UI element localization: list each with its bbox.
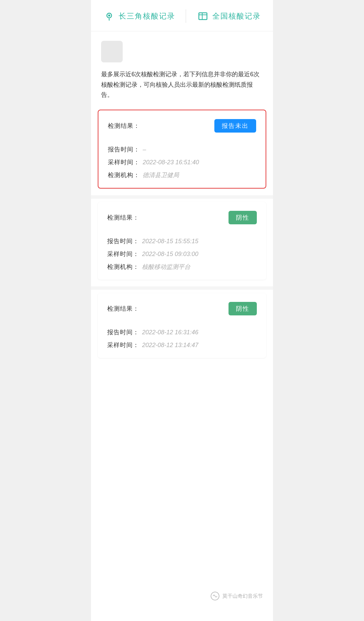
- result-badge-2: 阴性: [229, 211, 257, 224]
- section-divider-1: [91, 195, 273, 199]
- header: 长三角核酸记录 全国核酸记录: [91, 0, 273, 31]
- report-time-label-1: 报告时间：: [108, 146, 140, 153]
- institution-label-1: 检测机构：: [108, 172, 140, 178]
- report-time-row-3: 报告时间： 2022-08-12 16:31:46: [107, 328, 257, 336]
- sample-time-value-1: 2022-08-23 16:51:40: [143, 159, 199, 166]
- sample-time-label-3: 采样时间：: [107, 342, 139, 348]
- svg-rect-2: [199, 13, 207, 20]
- avatar: [101, 41, 123, 62]
- watermark-text: 莫干山奇幻音乐节: [222, 593, 263, 599]
- report-time-label-3: 报告时间：: [107, 329, 139, 336]
- report-time-row-1: 报告时间： –: [108, 145, 256, 153]
- report-time-value-1: –: [143, 146, 146, 153]
- report-time-row-2: 报告时间： 2022-08-15 15:55:15: [107, 237, 257, 245]
- header-divider: [186, 9, 186, 23]
- user-section: [91, 31, 273, 69]
- institution-row-2: 检测机构： 核酸移动监测平台: [107, 263, 257, 271]
- section-divider-2: [91, 286, 273, 290]
- sample-time-row-2: 采样时间： 2022-08-15 09:03:00: [107, 250, 257, 258]
- phone-container: 长三角核酸记录 全国核酸记录 最多展示近6次核酸检测记录，若下列信息并非你的最近…: [91, 0, 273, 621]
- national-icon: [197, 10, 209, 22]
- record-result-row-1: 检测结果： 报告未出: [108, 119, 256, 133]
- yangtze-delta-label: 长三角核酸记录: [119, 11, 175, 21]
- record-result-row-3: 检测结果： 阴性: [107, 302, 257, 315]
- result-label-3: 检测结果：: [107, 305, 139, 313]
- result-badge-3: 阴性: [229, 302, 257, 315]
- sample-time-value-2: 2022-08-15 09:03:00: [142, 251, 198, 257]
- watermark-icon: [210, 591, 220, 601]
- institution-row-1: 检测机构： 德清县卫健局: [108, 171, 256, 179]
- record-result-row-2: 检测结果： 阴性: [107, 211, 257, 224]
- yangtze-delta-icon: [103, 10, 115, 22]
- sample-time-row-3: 采样时间： 2022-08-12 13:14:47: [107, 341, 257, 349]
- report-time-label-2: 报告时间：: [107, 238, 139, 245]
- report-time-value-2: 2022-08-15 15:55:15: [142, 238, 198, 245]
- sample-time-label-2: 采样时间：: [107, 251, 139, 257]
- national-label: 全国核酸记录: [212, 11, 261, 21]
- sample-time-label-1: 采样时间：: [108, 159, 140, 166]
- sample-time-value-3: 2022-08-12 13:14:47: [142, 342, 198, 348]
- institution-value-1: 德清县卫健局: [143, 172, 179, 178]
- national-btn[interactable]: 全国核酸记录: [197, 10, 261, 22]
- record-card-3: 检测结果： 阴性 报告时间： 2022-08-12 16:31:46 采样时间：…: [98, 293, 266, 358]
- record-card-2: 检测结果： 阴性 报告时间： 2022-08-15 15:55:15 采样时间：…: [98, 202, 266, 280]
- info-text: 最多展示近6次核酸检测记录，若下列信息并非你的最近6次核酸检测记录，可向核验人员…: [91, 69, 273, 110]
- yangtze-delta-btn[interactable]: 长三角核酸记录: [103, 10, 175, 22]
- sample-time-row-1: 采样时间： 2022-08-23 16:51:40: [108, 158, 256, 166]
- result-label-1: 检测结果：: [108, 122, 140, 130]
- institution-value-2: 核酸移动监测平台: [142, 263, 190, 270]
- institution-label-2: 检测机构：: [107, 263, 139, 270]
- record-card-1: 检测结果： 报告未出 报告时间： – 采样时间： 2022-08-23 16:5…: [98, 110, 266, 189]
- watermark: 莫干山奇幻音乐节: [210, 591, 263, 601]
- report-time-value-3: 2022-08-12 16:31:46: [142, 329, 198, 336]
- svg-point-1: [108, 15, 110, 17]
- result-badge-1: 报告未出: [214, 119, 256, 133]
- result-label-2: 检测结果：: [107, 214, 139, 222]
